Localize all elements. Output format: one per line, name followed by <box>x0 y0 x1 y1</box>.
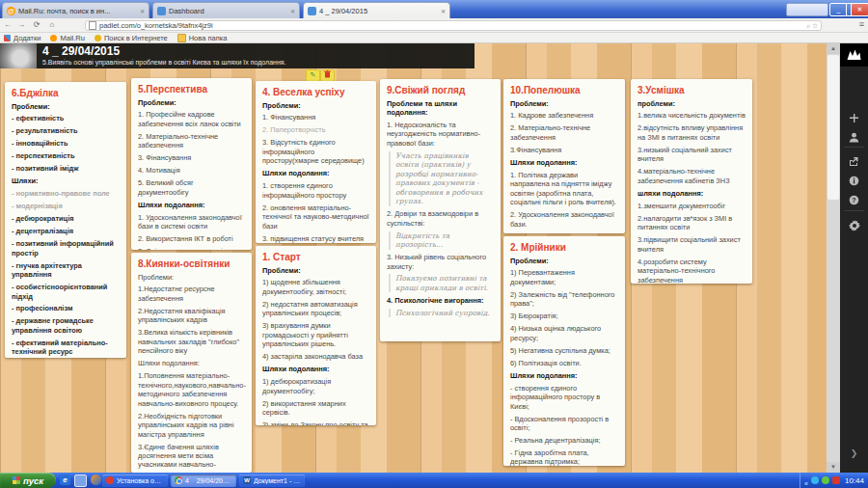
note-line: 2. Удосконалення законодавчої бази. <box>510 210 618 229</box>
note-line: Шляхи подолання: <box>138 359 245 367</box>
info-icon[interactable] <box>840 172 868 189</box>
start-label: пуск <box>23 475 43 486</box>
tab-favicon-icon: @ <box>7 7 15 15</box>
bookmark-item-0[interactable]: Додатки <box>4 34 41 42</box>
person-icon[interactable] <box>840 128 868 146</box>
browser-tab-1[interactable]: Dashboard✕ <box>152 2 300 18</box>
folder-icon <box>177 34 186 42</box>
note-line: 2. Матеріально-технічне забезпечення <box>510 123 618 142</box>
bookmark-label: Mail.Ru <box>60 34 84 42</box>
note-title: 8.Киянки-освітянки <box>138 258 245 269</box>
note-line: 4.розробити систему матеріально-технічно… <box>637 258 746 284</box>
note-title: 6.Бджілка <box>12 88 120 98</box>
search-icon <box>95 35 101 41</box>
browser-tab-2[interactable]: 4 _ 29/04/2015✕ <box>303 2 450 18</box>
note-line: Проблеми: <box>510 257 618 265</box>
note-line: - результативність <box>12 126 120 135</box>
note-line: Шляхи подолання: <box>262 169 369 177</box>
scrollbar-thumb[interactable] <box>827 55 839 200</box>
tray-agent-icon[interactable] <box>822 476 829 484</box>
note-line: 3.низький соціальний захист вчителя <box>637 146 746 164</box>
start-button[interactable]: пуск <box>0 473 56 488</box>
tray-skype-icon[interactable] <box>811 476 819 484</box>
note-card-veselka[interactable]: 4. Веселка успіхуПроблеми:1. Фінансуванн… <box>256 81 376 243</box>
note-card-perspektyva[interactable]: 5.ПерспективаПроблеми:1. Професійне кадр… <box>131 78 252 250</box>
note-line: - модернізація <box>12 202 120 210</box>
tab-close-icon[interactable]: ✕ <box>290 8 295 14</box>
tab-close-icon[interactable]: ✕ <box>441 8 446 14</box>
bookmark-item-3[interactable]: Нова папка <box>177 34 228 42</box>
help-icon[interactable]: ? <box>840 191 868 208</box>
note-line: - ефективність <box>12 114 120 122</box>
settings-icon[interactable] <box>840 217 868 234</box>
padlet-logo-icon[interactable] <box>840 43 868 67</box>
close-button[interactable]: ✕ <box>851 3 868 16</box>
add-icon[interactable] <box>840 109 868 126</box>
note-line: 2) Залежність від "телефонного права"; <box>510 290 618 309</box>
note-card-bdzhilka[interactable]: 6.БджілкаПроблеми:- ефективність- резуль… <box>5 82 126 358</box>
note-line: Шляхи подолання: <box>510 371 618 380</box>
note-card-start[interactable]: 1. СтартПроблеми:1) щоденне збільшення д… <box>256 246 376 425</box>
show-desktop-icon[interactable] <box>74 474 87 487</box>
media-player-icon[interactable] <box>91 474 101 485</box>
screen: @Mail.Ru: почта, поиск в ин...✕Dashboard… <box>0 0 868 488</box>
bookmark-item-2[interactable]: Поиск в Интернете <box>95 34 168 42</box>
note-line: Проблеми та шляхи подолання: <box>387 99 494 118</box>
note-line: 1.Недостатнє ресурсне забезпечення <box>138 285 245 303</box>
tab-close-icon[interactable]: ✕ <box>140 8 145 14</box>
refresh-icon[interactable]: ⟳ <box>31 19 42 31</box>
note-line: 3. Відсутність єдиного інформаційного пр… <box>262 138 369 165</box>
note-line: 3. підвищення статусу вчителя <box>262 234 369 243</box>
note-card-mriinyky[interactable]: 2. МрійникиПроблеми:1) Перевантаження до… <box>503 236 625 466</box>
note-line: 3) зміни до Закону про освіту та інших н… <box>262 420 369 425</box>
back-icon[interactable]: ← <box>2 19 14 31</box>
titlebar-extra-button[interactable] <box>786 3 828 16</box>
bookmark-star-icon[interactable]: ⌕ ☆ <box>806 22 818 30</box>
taskbar-window-0[interactable]: Установка обновлен... <box>102 474 168 487</box>
board-header: 4 _ 29/04/2015 5.Виявіть основі управлін… <box>0 43 475 68</box>
note-line: Проблеми: <box>138 98 245 107</box>
share-icon[interactable] <box>840 152 868 170</box>
note-title: 3.Усмішка <box>637 85 746 95</box>
note-card-svizhyi[interactable]: 9.Свіжий поглядПроблеми та шляхи подолан… <box>380 79 501 341</box>
sidebar-collapse-icon[interactable]: ❯ <box>840 448 868 458</box>
note-line: 1. Політика держави направлена на піднят… <box>510 171 618 207</box>
note-line: 2.відсутність впливу управління на ЗМІ в… <box>637 123 746 142</box>
tray-hide-icons-icon[interactable]: « <box>804 476 808 484</box>
note-card-usmishka[interactable]: 3.Усмішкапроблеми:1.велика чисельність д… <box>631 79 752 284</box>
vertical-scrollbar[interactable]: ▲ ▼ <box>827 43 840 473</box>
note-line: 5) Негативна суспільна думка; <box>510 346 618 355</box>
note-line: - створення єдиного інформаційного прост… <box>510 384 618 411</box>
note-line: 3. Співпраця з громадськістю <box>138 247 245 250</box>
note-line: шляхи подолання: <box>637 189 746 198</box>
bookmark-label: Поиск в Интернете <box>104 34 168 42</box>
note-line: 1. Недосконалість та неузгодженість норм… <box>387 121 494 148</box>
note-line: 3.Велика кількість керівників навчальних… <box>138 328 245 355</box>
scroll-down-icon[interactable]: ▼ <box>827 462 840 473</box>
note-card-kyianky[interactable]: 8.Киянки-освітянкиПроблеми:1.Недостатнє … <box>131 253 252 473</box>
note-line: 2) недостатня автоматизація управлінськи… <box>262 300 369 318</box>
note-line: 2.Недостатня кваліфікація управлінських … <box>138 307 245 325</box>
note-line: - державне громадське управління освітою <box>12 316 120 335</box>
taskbar-window-2[interactable]: WДокумент1 - Microso... <box>239 474 305 487</box>
chrome-menu-icon[interactable]: ≡ <box>859 19 864 29</box>
taskbar-window-1[interactable]: 4 _ 29/04/2015 - Goo... <box>171 474 236 487</box>
note-line: - ефективний матеріально-технічний ресур… <box>12 339 120 357</box>
ie-quicklaunch-icon[interactable]: e <box>60 474 70 485</box>
note-line: - позитивний інформаційний простір <box>12 239 120 258</box>
board-title: 4 _ 29/04/2015 <box>42 45 286 58</box>
browser-tab-0[interactable]: @Mail.Ru: почта, поиск в ин...✕ <box>2 2 149 18</box>
forward-icon[interactable]: → <box>15 19 27 31</box>
scroll-up-icon[interactable]: ▲ <box>827 43 840 54</box>
note-line: 4.матеріально-технічне забезпечення кабі… <box>637 167 746 185</box>
note-line: - перспективність <box>12 151 120 160</box>
note-line: Відкритість та прозорість... <box>389 231 494 250</box>
note-card-popeliushka[interactable]: 10.ПопелюшкаПроблеми:1. Кадрове забезпеч… <box>503 79 625 233</box>
home-icon[interactable]: ⌂ <box>46 19 58 31</box>
address-bar[interactable]: padlet.com/o_kornetska/9tafnx4jz9i ⌕ ☆ <box>85 20 822 31</box>
note-line: Шляхи: <box>12 176 120 185</box>
tray-antivirus-icon[interactable] <box>832 476 840 484</box>
bookmark-item-1[interactable]: Mail.Ru <box>50 34 84 42</box>
note-line: 3.Єдине бачення шляхів досягнення мети в… <box>138 443 245 474</box>
padlet-wall: 4 _ 29/04/2015 5.Виявіть основі управлін… <box>0 43 868 473</box>
